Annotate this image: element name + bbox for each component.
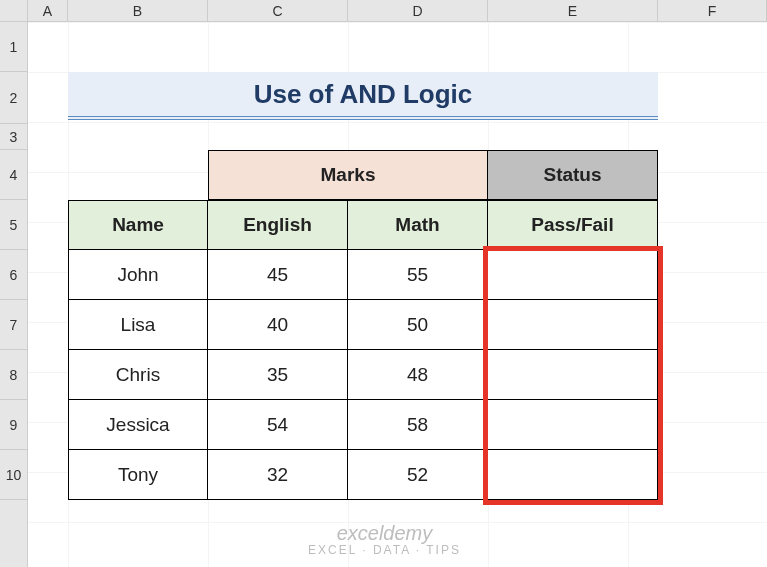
row-header-6[interactable]: 6: [0, 250, 27, 300]
header-name[interactable]: Name: [68, 200, 208, 250]
cell-math[interactable]: 48: [348, 350, 488, 400]
spreadsheet: A B C D E F 1 2 3 4 5 6 7 8 9 10 Use of …: [0, 0, 767, 567]
cell-empty-b4[interactable]: [68, 150, 208, 200]
cell-grid[interactable]: Use of AND Logic Marks Status Name Engli…: [28, 22, 767, 567]
table-header-row-1: Marks Status: [68, 150, 658, 200]
watermark-brand: exceldemy: [308, 522, 461, 544]
cell-math[interactable]: 55: [348, 250, 488, 300]
column-header-row: A B C D E F: [0, 0, 767, 22]
row-header-7[interactable]: 7: [0, 300, 27, 350]
row-header-10[interactable]: 10: [0, 450, 27, 500]
header-status[interactable]: Status: [488, 150, 658, 200]
table-row: John 45 55: [68, 250, 658, 300]
watermark-tagline: EXCEL · DATA · TIPS: [308, 544, 461, 557]
cell-math[interactable]: 52: [348, 450, 488, 500]
header-english[interactable]: English: [208, 200, 348, 250]
row-header-2[interactable]: 2: [0, 72, 27, 124]
row-header-9[interactable]: 9: [0, 400, 27, 450]
page-title: Use of AND Logic: [68, 72, 658, 120]
row-header-4[interactable]: 4: [0, 150, 27, 200]
header-math[interactable]: Math: [348, 200, 488, 250]
cell-status[interactable]: [488, 450, 658, 500]
cell-english[interactable]: 35: [208, 350, 348, 400]
cell-status[interactable]: [488, 400, 658, 450]
cell-name[interactable]: Lisa: [68, 300, 208, 350]
cell-name[interactable]: John: [68, 250, 208, 300]
cell-english[interactable]: 45: [208, 250, 348, 300]
table-header-row-2: Name English Math Pass/Fail: [68, 200, 658, 250]
col-header-F[interactable]: F: [658, 0, 767, 21]
row-header-8[interactable]: 8: [0, 350, 27, 400]
cell-status[interactable]: [488, 300, 658, 350]
cell-status[interactable]: [488, 350, 658, 400]
header-passfail[interactable]: Pass/Fail: [488, 200, 658, 250]
row-header-strip: 1 2 3 4 5 6 7 8 9 10: [0, 22, 28, 567]
cell-name[interactable]: Jessica: [68, 400, 208, 450]
table-row: Tony 32 52: [68, 450, 658, 500]
cell-name[interactable]: Tony: [68, 450, 208, 500]
cell-english[interactable]: 40: [208, 300, 348, 350]
col-header-E[interactable]: E: [488, 0, 658, 21]
cell-math[interactable]: 58: [348, 400, 488, 450]
select-all-corner[interactable]: [0, 0, 28, 21]
row-header-1[interactable]: 1: [0, 22, 27, 72]
col-header-D[interactable]: D: [348, 0, 488, 21]
header-marks[interactable]: Marks: [208, 150, 488, 200]
table-row: Jessica 54 58: [68, 400, 658, 450]
table-row: Chris 35 48: [68, 350, 658, 400]
cell-english[interactable]: 32: [208, 450, 348, 500]
row-header-3[interactable]: 3: [0, 124, 27, 150]
col-header-A[interactable]: A: [28, 0, 68, 21]
cell-math[interactable]: 50: [348, 300, 488, 350]
row-header-5[interactable]: 5: [0, 200, 27, 250]
table-row: Lisa 40 50: [68, 300, 658, 350]
data-table: Marks Status Name English Math Pass/Fail…: [68, 150, 658, 500]
col-header-B[interactable]: B: [68, 0, 208, 21]
col-header-C[interactable]: C: [208, 0, 348, 21]
cell-english[interactable]: 54: [208, 400, 348, 450]
cell-name[interactable]: Chris: [68, 350, 208, 400]
watermark: exceldemy EXCEL · DATA · TIPS: [308, 522, 461, 557]
cell-status[interactable]: [488, 250, 658, 300]
